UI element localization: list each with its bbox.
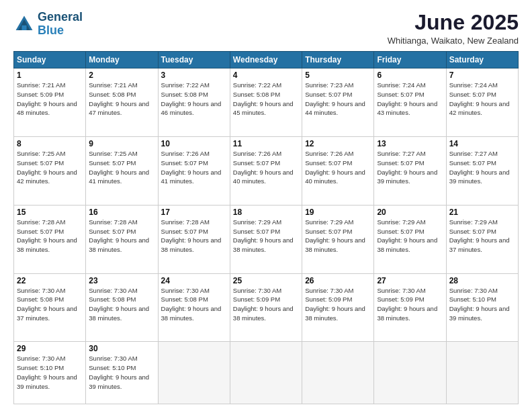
day-number: 3 (161, 71, 227, 80)
calendar-week-row: 22Sunrise: 7:30 AMSunset: 5:08 PMDayligh… (14, 273, 519, 342)
table-row: 10Sunrise: 7:26 AMSunset: 5:07 PMDayligh… (158, 137, 230, 205)
header: General Blue June 2025 Whitianga, Waikat… (13, 11, 519, 46)
day-number: 8 (17, 139, 83, 148)
day-info: Sunrise: 7:29 AMSunset: 5:07 PMDaylight:… (449, 218, 515, 255)
table-row: 14Sunrise: 7:27 AMSunset: 5:07 PMDayligh… (446, 137, 518, 205)
day-number: 23 (89, 276, 154, 285)
day-info: Sunrise: 7:24 AMSunset: 5:07 PMDaylight:… (449, 81, 515, 118)
table-row (446, 342, 518, 404)
page: General Blue June 2025 Whitianga, Waikat… (0, 0, 532, 411)
day-info: Sunrise: 7:30 AMSunset: 5:10 PMDaylight:… (89, 354, 154, 391)
logo: General Blue (13, 11, 83, 38)
table-row (230, 342, 302, 404)
col-wednesday: Wednesday (230, 52, 302, 68)
day-info: Sunrise: 7:22 AMSunset: 5:08 PMDaylight:… (233, 81, 299, 118)
table-row: 6Sunrise: 7:24 AMSunset: 5:07 PMDaylight… (374, 68, 446, 137)
table-row: 22Sunrise: 7:30 AMSunset: 5:08 PMDayligh… (14, 273, 86, 342)
day-number: 14 (449, 139, 515, 148)
day-number: 22 (17, 276, 83, 285)
day-info: Sunrise: 7:24 AMSunset: 5:07 PMDaylight:… (377, 81, 443, 118)
day-number: 17 (161, 208, 227, 217)
table-row: 2Sunrise: 7:21 AMSunset: 5:08 PMDaylight… (86, 68, 158, 137)
table-row: 19Sunrise: 7:29 AMSunset: 5:07 PMDayligh… (302, 205, 374, 273)
day-number: 9 (89, 139, 154, 148)
day-info: Sunrise: 7:25 AMSunset: 5:07 PMDaylight:… (17, 149, 83, 186)
calendar-week-row: 15Sunrise: 7:28 AMSunset: 5:07 PMDayligh… (14, 205, 519, 273)
month-title: June 2025 (388, 11, 519, 34)
table-row (302, 342, 374, 404)
day-info: Sunrise: 7:30 AMSunset: 5:10 PMDaylight:… (17, 354, 83, 391)
calendar-table: Sunday Monday Tuesday Wednesday Thursday… (13, 51, 519, 404)
day-info: Sunrise: 7:30 AMSunset: 5:09 PMDaylight:… (305, 286, 371, 323)
table-row: 29Sunrise: 7:30 AMSunset: 5:10 PMDayligh… (14, 342, 86, 404)
day-info: Sunrise: 7:22 AMSunset: 5:08 PMDaylight:… (161, 81, 227, 118)
day-info: Sunrise: 7:29 AMSunset: 5:07 PMDaylight:… (377, 218, 443, 255)
table-row: 26Sunrise: 7:30 AMSunset: 5:09 PMDayligh… (302, 273, 374, 342)
svg-rect-2 (21, 26, 26, 30)
table-row (374, 342, 446, 404)
col-tuesday: Tuesday (158, 52, 230, 68)
day-info: Sunrise: 7:26 AMSunset: 5:07 PMDaylight:… (305, 149, 371, 186)
day-number: 19 (305, 208, 371, 217)
logo-text-block: General Blue (38, 11, 83, 38)
day-info: Sunrise: 7:29 AMSunset: 5:07 PMDaylight:… (305, 218, 371, 255)
day-info: Sunrise: 7:27 AMSunset: 5:07 PMDaylight:… (449, 149, 515, 186)
table-row: 3Sunrise: 7:22 AMSunset: 5:08 PMDaylight… (158, 68, 230, 137)
table-row: 1Sunrise: 7:21 AMSunset: 5:09 PMDaylight… (14, 68, 86, 137)
logo-blue: Blue (38, 24, 64, 37)
day-number: 29 (17, 344, 83, 353)
table-row: 5Sunrise: 7:23 AMSunset: 5:07 PMDaylight… (302, 68, 374, 137)
day-number: 10 (161, 139, 227, 148)
day-info: Sunrise: 7:29 AMSunset: 5:07 PMDaylight:… (233, 218, 299, 255)
day-info: Sunrise: 7:25 AMSunset: 5:07 PMDaylight:… (89, 149, 154, 186)
table-row: 11Sunrise: 7:26 AMSunset: 5:07 PMDayligh… (230, 137, 302, 205)
day-number: 16 (89, 208, 154, 217)
day-number: 1 (17, 71, 83, 80)
table-row (158, 342, 230, 404)
day-number: 15 (17, 208, 83, 217)
col-friday: Friday (374, 52, 446, 68)
table-row: 18Sunrise: 7:29 AMSunset: 5:07 PMDayligh… (230, 205, 302, 273)
day-number: 28 (449, 276, 515, 285)
day-number: 11 (233, 139, 299, 148)
day-info: Sunrise: 7:30 AMSunset: 5:08 PMDaylight:… (161, 286, 227, 323)
day-info: Sunrise: 7:30 AMSunset: 5:08 PMDaylight:… (89, 286, 154, 323)
day-number: 24 (161, 276, 227, 285)
table-row: 21Sunrise: 7:29 AMSunset: 5:07 PMDayligh… (446, 205, 518, 273)
table-row: 4Sunrise: 7:22 AMSunset: 5:08 PMDaylight… (230, 68, 302, 137)
day-info: Sunrise: 7:28 AMSunset: 5:07 PMDaylight:… (17, 218, 83, 255)
location-subtitle: Whitianga, Waikato, New Zealand (388, 36, 519, 46)
day-number: 13 (377, 139, 443, 148)
day-number: 2 (89, 71, 154, 80)
title-area: June 2025 Whitianga, Waikato, New Zealan… (388, 11, 519, 46)
col-thursday: Thursday (302, 52, 374, 68)
day-number: 26 (305, 276, 371, 285)
day-number: 20 (377, 208, 443, 217)
day-info: Sunrise: 7:30 AMSunset: 5:08 PMDaylight:… (17, 286, 83, 323)
table-row: 28Sunrise: 7:30 AMSunset: 5:10 PMDayligh… (446, 273, 518, 342)
day-info: Sunrise: 7:26 AMSunset: 5:07 PMDaylight:… (233, 149, 299, 186)
col-saturday: Saturday (446, 52, 518, 68)
day-info: Sunrise: 7:30 AMSunset: 5:09 PMDaylight:… (233, 286, 299, 323)
logo-general: General (38, 10, 83, 24)
day-number: 6 (377, 71, 443, 80)
table-row: 16Sunrise: 7:28 AMSunset: 5:07 PMDayligh… (86, 205, 158, 273)
calendar-header-row: Sunday Monday Tuesday Wednesday Thursday… (14, 52, 519, 68)
logo-icon (13, 13, 35, 35)
table-row: 27Sunrise: 7:30 AMSunset: 5:09 PMDayligh… (374, 273, 446, 342)
day-number: 30 (89, 344, 154, 353)
table-row: 23Sunrise: 7:30 AMSunset: 5:08 PMDayligh… (86, 273, 158, 342)
table-row: 24Sunrise: 7:30 AMSunset: 5:08 PMDayligh… (158, 273, 230, 342)
day-info: Sunrise: 7:30 AMSunset: 5:10 PMDaylight:… (449, 286, 515, 323)
day-info: Sunrise: 7:26 AMSunset: 5:07 PMDaylight:… (161, 149, 227, 186)
calendar-week-row: 8Sunrise: 7:25 AMSunset: 5:07 PMDaylight… (14, 137, 519, 205)
day-info: Sunrise: 7:27 AMSunset: 5:07 PMDaylight:… (377, 149, 443, 186)
day-info: Sunrise: 7:30 AMSunset: 5:09 PMDaylight:… (377, 286, 443, 323)
col-monday: Monday (86, 52, 158, 68)
day-number: 12 (305, 139, 371, 148)
day-info: Sunrise: 7:21 AMSunset: 5:09 PMDaylight:… (17, 81, 83, 118)
day-info: Sunrise: 7:23 AMSunset: 5:07 PMDaylight:… (305, 81, 371, 118)
calendar-week-row: 1Sunrise: 7:21 AMSunset: 5:09 PMDaylight… (14, 68, 519, 137)
day-number: 5 (305, 71, 371, 80)
table-row: 25Sunrise: 7:30 AMSunset: 5:09 PMDayligh… (230, 273, 302, 342)
